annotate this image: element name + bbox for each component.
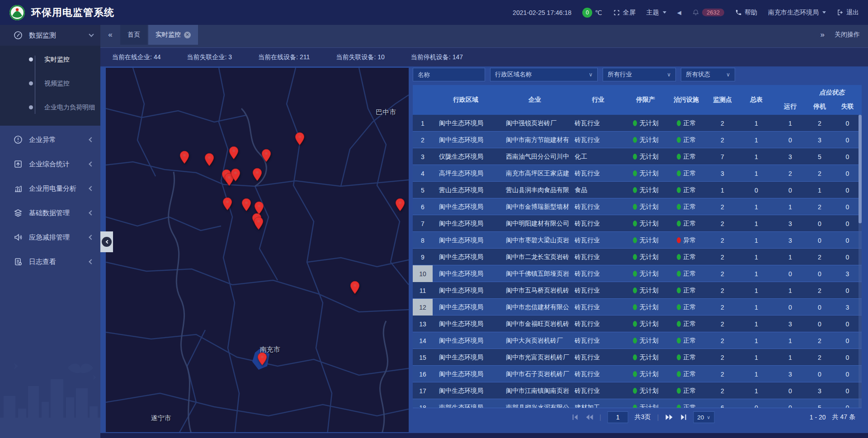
row-seq: 16 — [413, 366, 433, 382]
help-button[interactable]: 帮助 — [735, 9, 757, 17]
industry-select[interactable]: 所有行业∨ — [603, 68, 676, 81]
org-dropdown[interactable]: 南充市生态环境局 — [768, 9, 826, 17]
table-row[interactable]: 18南部生态环境局南部县砌兴水泥有限公建材加工无计划正常60050 — [413, 399, 862, 408]
map-pin-icon[interactable] — [179, 151, 189, 164]
map-pin-icon[interactable] — [204, 153, 214, 166]
table-row[interactable]: 2阆中生态环境局阆中市南方节能建材有砖瓦行业无计划正常21030 — [413, 132, 862, 148]
cell-monitor-points: 2 — [707, 120, 738, 127]
name-search-input[interactable] — [413, 68, 485, 81]
sidebar-group-4: 基础数据管理 — [0, 203, 100, 223]
sidebar-item-视频监控[interactable]: 视频监控 — [0, 71, 100, 95]
col-header-运行[interactable]: 运行 — [774, 85, 806, 115]
table-row[interactable]: 13阆中生态环境局阆中市金福旺页岩机砖砖瓦行业无计划正常21300 — [413, 316, 862, 332]
table-row[interactable]: 15阆中生态环境局阆中市光富页岩机砖厂砖瓦行业无计划正常21120 — [413, 349, 862, 366]
mute-button[interactable]: ◀ — [677, 9, 681, 16]
facility-text: 正常 — [684, 287, 696, 295]
chevron-left-icon — [89, 186, 94, 191]
col-header-监测点[interactable]: 监测点 — [707, 85, 738, 115]
stop-limit-text: 无计划 — [640, 387, 659, 395]
fullscreen-button[interactable]: 全屏 — [613, 9, 636, 17]
theme-dropdown[interactable]: 主题 — [646, 9, 666, 17]
cell-running: 3 — [774, 237, 806, 244]
map-pin-icon[interactable] — [254, 217, 264, 230]
map-pin-icon[interactable] — [254, 201, 264, 215]
sidebar-item-日志查看[interactable]: 日志查看 — [0, 251, 100, 272]
sidebar-item-企业综合统计[interactable]: 企业综合统计 — [0, 154, 100, 174]
page-size-select[interactable]: 20∨ — [693, 411, 714, 423]
cell-region: 阆中生态环境局 — [433, 119, 499, 127]
cell-shutdown: 2 — [806, 287, 833, 294]
facility-text: 正常 — [684, 270, 696, 278]
cell-disconnected: 0 — [833, 237, 862, 244]
table-row[interactable]: 11阆中生态环境局阆中市五马桥页岩机砖砖瓦行业无计划正常21120 — [413, 282, 862, 299]
tab-首页[interactable]: 首页 — [120, 25, 147, 45]
table-row[interactable]: 7阆中生态环境局阆中明阳建材有限公司砖瓦行业无计划正常21300 — [413, 215, 862, 232]
sidebar-item-实时监控[interactable]: 实时监控 — [0, 47, 100, 71]
tab-实时监控[interactable]: 实时监控✕ — [148, 25, 198, 45]
map-pin-icon[interactable] — [257, 352, 267, 366]
sidebar-item-企业异常[interactable]: 企业异常 — [0, 129, 100, 150]
table-row[interactable]: 12阆中生态环境局阆中市忠信建材有限公砖瓦行业无计划正常21003 — [413, 299, 862, 316]
table-row[interactable]: 9阆中生态环境局阆中市二龙长宝页岩砖砖瓦行业无计划正常21120 — [413, 249, 862, 265]
col-header-企业[interactable]: 企业 — [499, 85, 571, 115]
table-row[interactable]: 8阆中生态环境局阆中市枣碧大梁山页岩砖瓦行业无计划异常21300 — [413, 232, 862, 249]
map-pin-icon[interactable] — [241, 198, 251, 212]
map-pin-icon[interactable] — [231, 168, 241, 182]
col-header-治污设施[interactable]: 治污设施 — [666, 85, 707, 115]
map-pin-icon[interactable] — [229, 146, 239, 160]
map-pin-icon[interactable] — [295, 132, 305, 146]
table-row[interactable]: 17阆中生态环境局阆中市江南镇阆南页岩砖瓦行业无计划正常21030 — [413, 382, 862, 399]
table-row[interactable]: 1阆中生态环境局阆中强锐页岩砖厂砖瓦行业无计划正常21120 — [413, 115, 862, 132]
sidebar-item-应急减排管理[interactable]: 应急减排管理 — [0, 227, 100, 248]
col-header-总表[interactable]: 总表 — [738, 85, 774, 115]
sidebar-item-企业电力负荷明细[interactable]: 企业电力负荷明细 — [0, 95, 100, 119]
map-pin-icon[interactable] — [261, 149, 271, 162]
sidebar-item-数据监测[interactable]: 数据监测 — [0, 25, 100, 46]
cell-disconnected: 0 — [833, 320, 862, 328]
col-header-行业[interactable]: 行业 — [571, 85, 625, 115]
table-scrollbar[interactable] — [859, 115, 862, 408]
col-header-停限产[interactable]: 停限产 — [625, 85, 666, 115]
sidebar-item-label: 企业综合统计 — [29, 160, 90, 169]
prev-page-button[interactable] — [585, 414, 593, 420]
close-operations-button[interactable]: 关闭操作 — [835, 31, 860, 39]
cell-total-meter: 1 — [738, 371, 774, 378]
map-pin-icon[interactable] — [350, 281, 360, 294]
next-page-button[interactable] — [665, 414, 673, 420]
table-row[interactable]: 16阆中生态环境局阆中市石子页岩机砖厂砖瓦行业无计划正常21300 — [413, 366, 862, 382]
sidebar-group-1: 企业异常 — [0, 129, 100, 150]
cell-total-meter: 1 — [738, 203, 774, 211]
col-header-行政区域[interactable]: 行政区域 — [433, 85, 499, 115]
table-row[interactable]: 3仪陇生态环境局西南油气田分公司川中化工无计划正常71350 — [413, 148, 862, 165]
region-select[interactable]: 行政区域名称∨ — [490, 68, 598, 81]
logout-button[interactable]: 退出 — [837, 9, 859, 17]
table-row[interactable]: 10阆中生态环境局阆中千佛镇五郎垭页岩砖瓦行业无计划正常21003 — [413, 265, 862, 282]
notifications[interactable]: 2632 — [692, 9, 724, 16]
table-row[interactable]: 4高坪生态环境局南充市高坪区王家店建砖瓦行业无计划正常31220 — [413, 165, 862, 182]
map-pin-icon[interactable] — [395, 198, 405, 212]
chevron-left-icon — [89, 235, 94, 240]
cell-running: 3 — [774, 153, 806, 160]
tabs-scroll-left-button[interactable]: « — [100, 25, 120, 45]
log-file-icon — [14, 257, 23, 266]
close-icon[interactable]: ✕ — [184, 32, 191, 38]
map-collapse-button[interactable] — [100, 231, 113, 252]
first-page-button[interactable] — [571, 414, 579, 420]
map-pin-icon[interactable] — [252, 168, 262, 181]
chevron-down-icon: ∨ — [667, 71, 671, 78]
table-row[interactable]: 6阆中生态环境局阆中市金博瑞新型墙材砖瓦行业无计划正常21120 — [413, 198, 862, 215]
cell-facility-status: 正常 — [666, 320, 707, 328]
sidebar-item-企业用电量分析[interactable]: 企业用电量分析 — [0, 178, 100, 199]
map-pin-icon[interactable] — [222, 197, 232, 211]
cell-monitor-points: 2 — [707, 254, 738, 261]
table-row[interactable]: 14阆中生态环境局阆中大兴页岩机砖厂砖瓦行业无计划正常21120 — [413, 332, 862, 349]
tabs-scroll-right-button[interactable]: » — [821, 30, 825, 39]
cell-enterprise: 阆中市江南镇阆南页岩 — [499, 387, 571, 395]
page-number-input[interactable] — [608, 411, 628, 423]
table-row[interactable]: 5营山生态环境局营山县润丰肉食品有限食品无计划正常10010 — [413, 182, 862, 198]
sidebar-item-基础数据管理[interactable]: 基础数据管理 — [0, 203, 100, 223]
status-select[interactable]: 所有状态∨ — [681, 68, 735, 81]
cell-industry: 砖瓦行业 — [571, 370, 625, 378]
last-page-button[interactable] — [679, 414, 687, 420]
map[interactable]: 巴中市南充市遂宁市 — [106, 68, 409, 432]
